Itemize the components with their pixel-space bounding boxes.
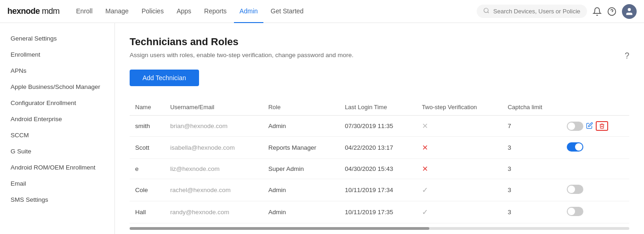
cell-actions	[561, 179, 629, 201]
cell-role: Admin	[263, 179, 339, 201]
cell-role: Admin	[263, 116, 339, 137]
col-actions	[561, 99, 629, 116]
cell-name: Hall	[130, 201, 165, 223]
table-header-row: Name Username/Email Role Last Login Time…	[130, 99, 629, 116]
col-captcha: Captcha limit	[502, 99, 561, 116]
cell-captcha: 3	[502, 137, 561, 159]
cell-actions	[561, 116, 629, 137]
avatar[interactable]	[622, 4, 637, 19]
logo: hexnode mdm	[7, 6, 60, 16]
help-button[interactable]: ?	[625, 51, 629, 61]
sidebar-item-configurator[interactable]: Configurator Enrollment	[0, 95, 114, 111]
nav-items: Enroll Manage Policies Apps Reports Admi…	[71, 0, 477, 23]
cell-captcha: 3	[502, 179, 561, 201]
search-icon	[483, 7, 490, 15]
nav-policies[interactable]: Policies	[136, 0, 169, 23]
col-role: Role	[263, 99, 339, 116]
logo-text: hexnode mdm	[7, 6, 60, 16]
two-step-toggle[interactable]	[567, 185, 583, 194]
delete-icon[interactable]	[596, 121, 608, 131]
cell-actions	[561, 201, 629, 223]
cell-actions	[561, 137, 629, 159]
search-input[interactable]	[493, 8, 581, 15]
cell-email: randy@hexnode.com	[165, 201, 263, 223]
search-box[interactable]	[477, 5, 587, 18]
table-row: Hall randy@hexnode.com Admin 10/11/2019 …	[130, 201, 629, 223]
main-layout: General Settings Enrollment APNs Apple B…	[0, 23, 644, 234]
notifications-icon[interactable]	[593, 7, 602, 16]
toolbar: Add Technician ?	[130, 70, 629, 95]
cell-last-login: 10/11/2019 17:34	[339, 179, 416, 201]
nav-reports[interactable]: Reports	[199, 0, 232, 23]
cell-role: Super Admin	[263, 159, 339, 179]
two-step-toggle[interactable]	[567, 122, 583, 131]
two-step-check-icon: ✓	[422, 208, 428, 216]
cell-last-login: 04/22/2020 13:17	[339, 137, 416, 159]
sidebar-item-android-rom[interactable]: Android ROM/OEM Enrollment	[0, 159, 114, 176]
top-nav: hexnode mdm Enroll Manage Policies Apps …	[0, 0, 644, 23]
cell-name: Cole	[130, 179, 165, 201]
cell-two-step: ✓	[416, 201, 502, 223]
col-two-step: Two-step Verification	[416, 99, 502, 116]
table-row: e liz@hexnode.com Super Admin 04/30/2020…	[130, 159, 629, 179]
add-technician-button[interactable]: Add Technician	[130, 70, 199, 86]
cell-captcha: 3	[502, 201, 561, 223]
two-step-toggle[interactable]	[567, 207, 583, 216]
cell-two-step: ✕	[416, 159, 502, 179]
technicians-table: Name Username/Email Role Last Login Time…	[130, 99, 629, 223]
sidebar-item-gsuite[interactable]: G Suite	[0, 143, 114, 159]
cell-actions	[561, 159, 629, 179]
cell-email: brian@hexnode.com	[165, 116, 263, 137]
sidebar-item-apns[interactable]: APNs	[0, 63, 114, 79]
cell-name: e	[130, 159, 165, 179]
cell-name: smith	[130, 116, 165, 137]
svg-point-0	[484, 8, 488, 12]
horizontal-scrollbar[interactable]	[130, 227, 629, 230]
cell-last-login: 07/30/2019 11:35	[339, 116, 416, 137]
two-step-x-red-icon: ✕	[422, 144, 428, 152]
col-name: Name	[130, 99, 165, 116]
cell-two-step: ✓	[416, 179, 502, 201]
sidebar-item-email[interactable]: Email	[0, 176, 114, 192]
cell-captcha: 7	[502, 116, 561, 137]
sidebar-item-apple-business[interactable]: Apple Business/School Manager	[0, 79, 114, 95]
cell-captcha: 3	[502, 159, 561, 179]
cell-last-login: 04/30/2020 15:43	[339, 159, 416, 179]
cell-last-login: 10/11/2019 17:35	[339, 201, 416, 223]
two-step-check-icon: ✓	[422, 186, 428, 194]
nav-get-started[interactable]: Get Started	[265, 0, 309, 23]
nav-enroll[interactable]: Enroll	[71, 0, 98, 23]
nav-right	[477, 4, 637, 19]
table-row: smith brian@hexnode.com Admin 07/30/2019…	[130, 116, 629, 137]
nav-apps[interactable]: Apps	[171, 0, 197, 23]
cell-two-step: ✕	[416, 137, 502, 159]
technicians-table-container: Name Username/Email Role Last Login Time…	[130, 99, 629, 230]
two-step-toggle[interactable]	[567, 142, 583, 152]
two-step-x-red-icon: ✕	[422, 165, 428, 173]
sidebar-item-general-settings[interactable]: General Settings	[0, 30, 114, 47]
sidebar-item-sms[interactable]: SMS Settings	[0, 192, 114, 208]
edit-icon[interactable]	[586, 122, 593, 130]
page-title: Technicians and Roles	[130, 36, 629, 48]
sidebar-item-android-enterprise[interactable]: Android Enterprise	[0, 111, 114, 127]
col-last-login: Last Login Time	[339, 99, 416, 116]
scrollbar-thumb	[130, 227, 429, 230]
cell-email: isabella@hexnode.com	[165, 137, 263, 159]
cell-email: rachel@hexnode.com	[165, 179, 263, 201]
main-content: Technicians and Roles Assign users with …	[115, 23, 644, 234]
sidebar-item-enrollment[interactable]: Enrollment	[0, 47, 114, 63]
help-icon[interactable]	[607, 7, 616, 16]
sidebar: General Settings Enrollment APNs Apple B…	[0, 23, 115, 234]
sidebar-item-sccm[interactable]: SCCM	[0, 127, 114, 143]
svg-point-4	[628, 8, 631, 11]
nav-manage[interactable]: Manage	[100, 0, 134, 23]
two-step-x-gray-icon: ✕	[422, 122, 428, 130]
page-subtitle: Assign users with roles, enable two-step…	[130, 52, 629, 58]
nav-admin[interactable]: Admin	[234, 0, 263, 23]
table-row: Cole rachel@hexnode.com Admin 10/11/2019…	[130, 179, 629, 201]
cell-role: Admin	[263, 201, 339, 223]
cell-role: Reports Manager	[263, 137, 339, 159]
action-icons	[567, 121, 624, 131]
cell-two-step: ✕	[416, 116, 502, 137]
col-email: Username/Email	[165, 99, 263, 116]
